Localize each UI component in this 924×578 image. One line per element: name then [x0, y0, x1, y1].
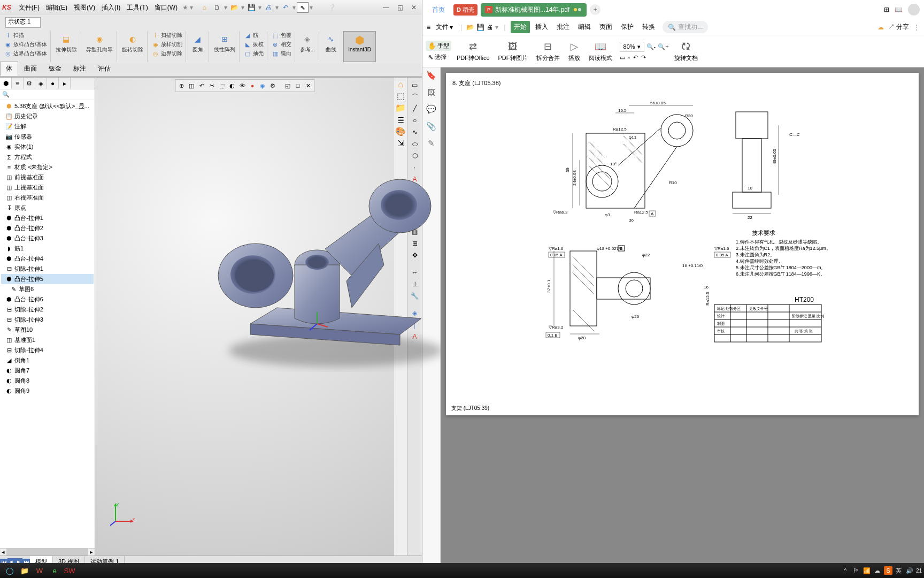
tab-evaluate[interactable]: 评估: [92, 62, 117, 76]
tree-item[interactable]: ⬢凸台-拉伸1: [1, 213, 94, 223]
tree-item[interactable]: 📝注解: [1, 121, 94, 132]
sweep-cut-btn[interactable]: ⌇扫描切除: [151, 31, 183, 40]
pdf-to-image-btn[interactable]: 🖼PDF转图片: [495, 39, 531, 63]
tree-tab-more-icon[interactable]: ▸: [59, 78, 71, 89]
play-btn[interactable]: ▷播放: [565, 39, 583, 63]
restore-icon[interactable]: ◱: [394, 2, 406, 13]
browser-icon[interactable]: e: [47, 564, 62, 577]
menu-view[interactable]: 视图(V): [71, 3, 98, 12]
tree-item[interactable]: ◫右视基准面: [1, 193, 94, 203]
tree-item[interactable]: ◢倒角1: [1, 355, 94, 366]
tree-item[interactable]: ⊟切除-拉伸2: [1, 305, 94, 315]
tab-sheetmetal[interactable]: 钣金: [43, 62, 67, 76]
pdf-to-office-btn[interactable]: ⇄PDF转Office: [453, 39, 493, 63]
document-tab[interactable]: P 新标准机械图图...14年.pdf: [481, 3, 587, 17]
select-icon[interactable]: ⬉: [297, 2, 309, 13]
tree-filter[interactable]: 🔍: [0, 89, 95, 100]
vp-min-icon[interactable]: ◱: [283, 81, 292, 90]
minimize-icon[interactable]: —: [380, 2, 392, 13]
docke-tab[interactable]: D稻壳: [453, 4, 478, 16]
tree-tab-config-icon[interactable]: ⚙: [24, 78, 35, 89]
save-icon[interactable]: 💾: [245, 2, 257, 13]
feature-tree[interactable]: ⬢5.38支座 (默认<<默认>_显... 📋历史记录📝注解📷传感器◉实体(1)…: [0, 100, 95, 548]
zoom-area-icon[interactable]: ◫: [187, 81, 196, 90]
reference-btn[interactable]: ◈参考...: [298, 31, 317, 55]
tree-root[interactable]: ⬢5.38支座 (默认<<默认>_显...: [1, 101, 94, 111]
rect-icon[interactable]: ▭: [410, 80, 420, 90]
tree-item[interactable]: ✎草图6: [1, 284, 94, 294]
tree-item[interactable]: ≡材质 <未指定>: [1, 162, 94, 172]
fit-width-icon[interactable]: ▭: [620, 54, 625, 61]
tree-item[interactable]: ✎草图10: [1, 325, 94, 335]
folder-icon[interactable]: 📁: [395, 103, 406, 113]
cloud-sync-icon[interactable]: ☁: [877, 24, 884, 31]
tree-h-scroll[interactable]: ◂▸: [0, 548, 95, 556]
solidworks-taskbar-icon[interactable]: SW: [62, 564, 77, 577]
wps-taskbar-icon[interactable]: W: [32, 564, 47, 577]
tab-surfaces[interactable]: 曲面: [18, 62, 43, 76]
tree-tab-appearance-icon[interactable]: ●: [47, 78, 59, 89]
tree-item[interactable]: ⬢凸台-拉伸4: [1, 254, 94, 264]
tree-tab-feature-icon[interactable]: ⬢: [0, 78, 12, 89]
new-icon[interactable]: 🗋: [211, 2, 223, 13]
tree-item[interactable]: ⬢凸台-拉伸3: [1, 233, 94, 244]
start-button[interactable]: ◯: [2, 564, 17, 577]
tree-item[interactable]: ◗筋1: [1, 244, 94, 254]
axis-triad[interactable]: y x: [109, 501, 136, 528]
tab-insert[interactable]: 插入: [532, 21, 551, 33]
view-orient-icon[interactable]: ⬚: [217, 81, 227, 90]
tree-item[interactable]: Σ方程式: [1, 152, 94, 162]
fillet-btn[interactable]: ◢圆角: [189, 31, 206, 55]
rotate-right-icon[interactable]: ↷: [641, 54, 646, 61]
tab-protect[interactable]: 保护: [618, 21, 637, 33]
tray-flag-icon[interactable]: 🏳: [852, 566, 860, 575]
hide-show-icon[interactable]: 👁: [237, 81, 247, 90]
edit-appearance-icon[interactable]: ●: [248, 81, 257, 90]
curves-btn[interactable]: ∿曲线: [322, 31, 340, 55]
menu-window[interactable]: 窗口(W): [151, 3, 181, 12]
comments-icon[interactable]: 💬: [426, 104, 436, 114]
sweep-btn[interactable]: ⌇扫描: [3, 31, 48, 40]
avatar[interactable]: [908, 4, 920, 16]
open-icon[interactable]: 📂: [228, 2, 240, 13]
tray-sogou-icon[interactable]: S: [884, 566, 892, 575]
display-style-icon[interactable]: ◐: [227, 81, 237, 90]
spline-icon[interactable]: ∿: [410, 127, 420, 138]
reader-icon[interactable]: 📖: [895, 6, 903, 13]
pattern-btn[interactable]: ⊞线性阵列: [212, 31, 237, 55]
menu-insert[interactable]: 插入(I): [98, 3, 124, 12]
shell-btn[interactable]: ▢抽壳: [243, 49, 265, 58]
tree-item[interactable]: ⬢凸台-拉伸2: [1, 223, 94, 233]
viewport-3d[interactable]: ⊕ ◫ ↶ ✂ ⬚ ◐ 👁 ● ◉ ⚙ ◱ □ ✕: [95, 78, 394, 556]
tree-item[interactable]: ◫基准面1: [1, 335, 94, 345]
tree-item[interactable]: 📋历史记录: [1, 111, 94, 121]
display-state-combo[interactable]: 示状态 1: [5, 17, 41, 28]
view-settings-icon[interactable]: ⚙: [268, 81, 278, 90]
layers-icon[interactable]: ≣: [397, 115, 404, 125]
tray-clock[interactable]: 21: [916, 568, 922, 574]
wrap-btn[interactable]: ⬚包覆: [271, 31, 292, 40]
select-tool[interactable]: ⬉选择: [426, 52, 451, 62]
tree-item[interactable]: ⬢凸台-拉伸6: [1, 294, 94, 305]
tree-item[interactable]: ◉实体(1): [1, 142, 94, 152]
bookmark-icon[interactable]: 🔖: [426, 71, 436, 80]
wps-home-tab[interactable]: 首页: [427, 3, 450, 17]
home-icon[interactable]: ⌂: [398, 80, 403, 89]
tree-tab-display-icon[interactable]: ◈: [35, 78, 47, 89]
search-box[interactable]: 🔍 查找功...: [663, 21, 708, 33]
tree-tab-property-icon[interactable]: ≡: [12, 78, 24, 89]
draft-btn[interactable]: ◣拔模: [243, 40, 265, 49]
read-mode-btn[interactable]: 📖阅读模式: [586, 39, 615, 63]
explorer-icon[interactable]: 📁: [17, 564, 32, 577]
split-merge-btn[interactable]: ⊟拆分合并: [533, 39, 563, 63]
section-icon[interactable]: ✂: [207, 81, 217, 90]
menu-file[interactable]: 文件(F): [16, 3, 43, 12]
cube-icon[interactable]: ⬚: [397, 91, 405, 101]
revolve-cut-btn[interactable]: ◐旋转切除: [120, 31, 145, 55]
instant3d-btn[interactable]: ⬢ Instant3D: [343, 31, 376, 62]
pdf-viewport[interactable]: 8. 支座 (LJT05.38): [441, 67, 924, 563]
tree-item[interactable]: ◐圆角9: [1, 386, 94, 396]
zoom-fit-icon[interactable]: ⊕: [176, 81, 186, 90]
menu-edit[interactable]: 编辑(E): [43, 3, 71, 12]
tray-network-icon[interactable]: 📶: [863, 566, 871, 575]
